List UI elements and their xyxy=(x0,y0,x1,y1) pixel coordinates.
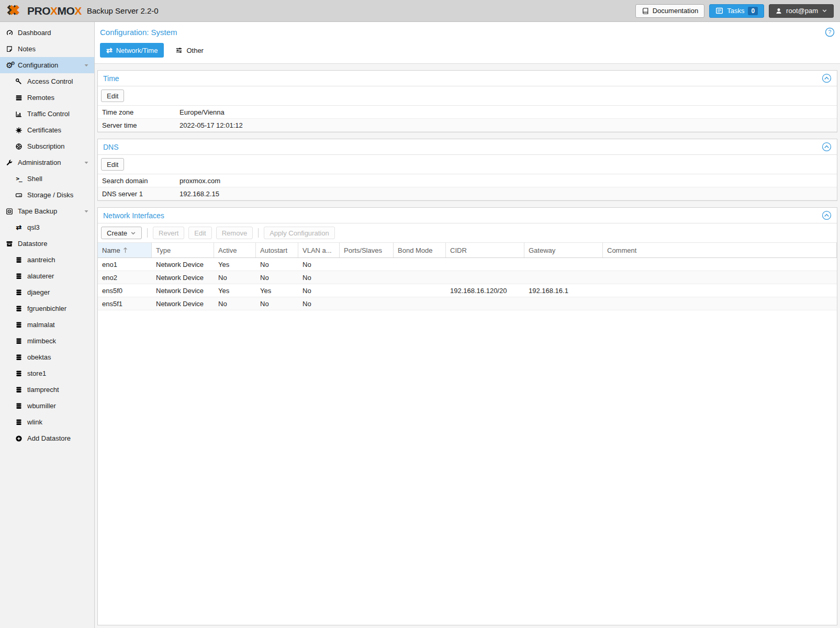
sidebar-item-remotes[interactable]: Remotes xyxy=(0,89,94,106)
documentation-label: Documentation xyxy=(653,7,698,15)
column-header-bond-mode[interactable]: Bond Mode xyxy=(394,243,446,257)
caret-down-icon[interactable] xyxy=(84,209,89,214)
database-icon xyxy=(14,338,24,345)
column-header-vlan-a[interactable]: VLAN a... xyxy=(298,243,340,257)
grid-cell: No xyxy=(298,297,340,310)
sidebar-item-aantreich[interactable]: aantreich xyxy=(0,252,94,268)
sidebar-item-tape-backup[interactable]: Tape Backup xyxy=(0,203,94,219)
toolbar-separator xyxy=(147,228,148,238)
sidebar-item-mlimbeck[interactable]: mlimbeck xyxy=(0,333,94,349)
sidebar-item-subscription[interactable]: Subscription xyxy=(0,138,94,154)
column-header-ports-slaves[interactable]: Ports/Slaves xyxy=(340,243,394,257)
archive-icon xyxy=(4,240,15,248)
chevron-down-icon xyxy=(130,230,136,236)
collapse-icon[interactable] xyxy=(822,73,832,83)
caret-down-icon[interactable] xyxy=(84,63,89,68)
interface-row-ens5f0[interactable]: ens5f0Network DeviceYesYesNo192.168.16.1… xyxy=(98,284,837,297)
sidebar-item-store1[interactable]: store1 xyxy=(0,365,94,382)
database-icon xyxy=(14,321,24,329)
sidebar-item-alauterer[interactable]: alauterer xyxy=(0,268,94,284)
create-button[interactable]: Create xyxy=(101,227,142,239)
edit-button[interactable]: Edit xyxy=(188,227,211,239)
help-icon[interactable]: ? xyxy=(825,27,835,37)
column-header-comment[interactable]: Comment xyxy=(603,243,837,257)
content-header: Configuration: System ? ⇄Network/TimeOth… xyxy=(95,22,840,64)
database-icon xyxy=(14,386,24,394)
hdd-icon xyxy=(14,192,24,199)
sidebar-item-shell[interactable]: >_Shell xyxy=(0,171,94,187)
sidebar-nav: DashboardNotes⚙⚙ConfigurationAccess Cont… xyxy=(0,22,95,628)
grid-cell: Yes xyxy=(214,258,256,271)
sidebar-item-djaeger[interactable]: djaeger xyxy=(0,284,94,300)
column-header-autostart[interactable]: Autostart xyxy=(256,243,298,257)
sidebar-item-administration[interactable]: Administration xyxy=(0,154,94,171)
grid-cell: No xyxy=(214,297,256,310)
button-label: Remove xyxy=(222,229,247,237)
grid-cell xyxy=(340,258,394,271)
tab-other[interactable]: Other xyxy=(169,43,210,58)
tab-network-time[interactable]: ⇄Network/Time xyxy=(100,43,164,58)
column-header-type[interactable]: Type xyxy=(152,243,214,257)
sidebar-item-dashboard[interactable]: Dashboard xyxy=(0,25,94,41)
sidebar-item-label: Notes xyxy=(18,45,36,53)
sidebar-item-qsl3[interactable]: ⇄qsl3 xyxy=(0,219,94,236)
network-toolbar: CreateRevertEditRemoveApply Configuratio… xyxy=(98,223,837,243)
sidebar-item-notes[interactable]: Notes xyxy=(0,41,94,57)
sidebar-item-certificates[interactable]: Certificates xyxy=(0,122,94,138)
revert-button[interactable]: Revert xyxy=(153,227,184,239)
column-label: Ports/Slaves xyxy=(344,246,382,254)
svg-text:?: ? xyxy=(828,29,832,35)
sidebar-item-label: djaeger xyxy=(27,288,50,296)
apply-configuration-button[interactable]: Apply Configuration xyxy=(264,227,334,239)
sidebar-item-label: Administration xyxy=(18,159,61,166)
remove-button[interactable]: Remove xyxy=(216,227,253,239)
tasks-button[interactable]: Tasks 0 xyxy=(709,4,764,18)
sidebar-item-access-control[interactable]: Access Control xyxy=(0,73,94,89)
sidebar-item-datastore[interactable]: Datastore xyxy=(0,236,94,252)
sidebar-item-obektas[interactable]: obektas xyxy=(0,349,94,365)
grid-cell xyxy=(446,271,524,284)
sidebar-item-wlink[interactable]: wlink xyxy=(0,414,94,430)
sidebar-item-malmalat[interactable]: malmalat xyxy=(0,317,94,333)
tape-icon xyxy=(4,208,15,215)
dns-edit-button[interactable]: Edit xyxy=(101,158,124,171)
grid-cell xyxy=(340,271,394,284)
main-content: Configuration: System ? ⇄Network/TimeOth… xyxy=(95,22,840,628)
sidebar-item-add-datastore[interactable]: Add Datastore xyxy=(0,430,94,446)
plus-circle-icon xyxy=(14,435,24,442)
grid-cell xyxy=(340,297,394,310)
column-label: CIDR xyxy=(450,246,467,254)
sidebar-item-wbumiller[interactable]: wbumiller xyxy=(0,398,94,414)
sidebar-item-traffic-control[interactable]: Traffic Control xyxy=(0,106,94,122)
grid-cell: No xyxy=(298,271,340,284)
time-edit-button[interactable]: Edit xyxy=(101,89,124,102)
sidebar-item-fgruenbichler[interactable]: fgruenbichler xyxy=(0,300,94,317)
collapse-icon[interactable] xyxy=(822,142,832,152)
documentation-button[interactable]: Documentation xyxy=(635,4,704,18)
column-header-gateway[interactable]: Gateway xyxy=(524,243,603,257)
button-label: Revert xyxy=(159,229,178,237)
interface-row-eno2[interactable]: eno2Network DeviceNoNoNo xyxy=(98,271,837,284)
sidebar-item-tlamprecht[interactable]: tlamprecht xyxy=(0,382,94,398)
sidebar-item-label: Access Control xyxy=(27,77,73,85)
proxmox-logo[interactable]: ✖✖ PROXMOX xyxy=(6,3,82,19)
sidebar-item-configuration[interactable]: ⚙⚙Configuration xyxy=(0,57,94,73)
sidebar-item-label: wbumiller xyxy=(27,402,56,410)
caret-down-icon[interactable] xyxy=(84,160,89,165)
time-panel: Time Edit Time zoneEurope/ViennaServer t… xyxy=(97,70,837,132)
user-menu-button[interactable]: root@pam xyxy=(769,4,834,18)
page-title: Configuration: System xyxy=(100,28,177,37)
exchange-icon: ⇄ xyxy=(106,46,113,54)
app-title: Backup Server 2.2-0 xyxy=(87,6,159,15)
sidebar-item-storage-disks[interactable]: Storage / Disks xyxy=(0,187,94,203)
interface-row-eno1[interactable]: eno1Network DeviceYesNoNo xyxy=(98,258,837,271)
column-header-name[interactable]: Name xyxy=(98,243,152,257)
interface-row-ens5f1[interactable]: ens5f1Network DeviceNoNoNo xyxy=(98,297,837,310)
book-icon xyxy=(642,7,649,15)
column-header-cidr[interactable]: CIDR xyxy=(446,243,524,257)
row-label: DNS server 1 xyxy=(98,190,175,198)
wrench-icon xyxy=(4,159,15,166)
sidebar-item-label: mlimbeck xyxy=(27,337,56,345)
column-header-active[interactable]: Active xyxy=(214,243,256,257)
collapse-icon[interactable] xyxy=(822,210,832,220)
